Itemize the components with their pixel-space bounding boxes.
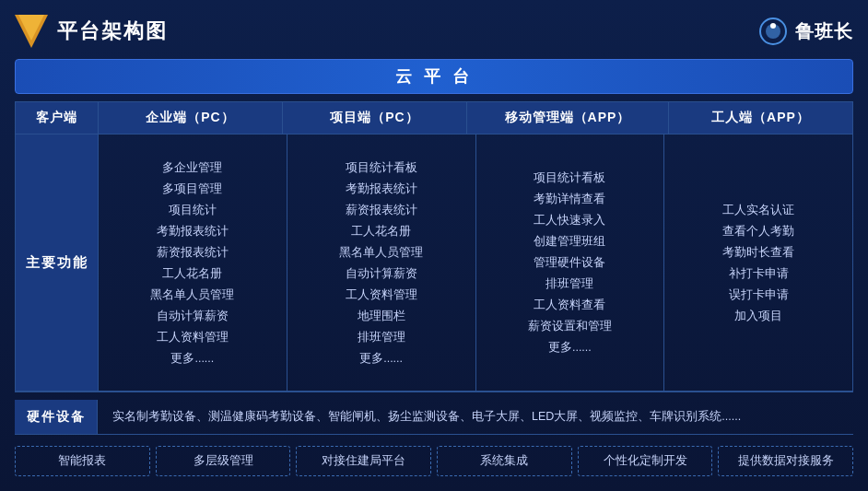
brand-name: 鲁班长 [795, 19, 853, 44]
col-header-enterprise: 企业端（PC） [99, 102, 283, 134]
hardware-content: 实名制考勤设备、测温健康码考勤设备、智能闸机、扬尘监测设备、电子大屏、LED大屏… [98, 400, 853, 434]
tag-item: 智能报表 [15, 446, 150, 476]
hardware-row: 硬件设备 实名制考勤设备、测温健康码考勤设备、智能闸机、扬尘监测设备、电子大屏、… [15, 400, 853, 435]
header-left: 平台架构图 [15, 15, 168, 48]
func-item: 薪资报表统计 [110, 243, 276, 262]
func-item: 创建管理班组 [487, 232, 653, 251]
tag-item: 提供数据对接服务 [718, 446, 853, 476]
main-container: 平台架构图 鲁班长 云 平 台 客户端 企业端（PC） 项目端（PC） 移动管理… [0, 0, 868, 491]
tag-item: 系统集成 [437, 446, 572, 476]
tag-item: 多层级管理 [156, 446, 291, 476]
page-title: 平台架构图 [57, 18, 168, 45]
mobile-functions-cell: 项目统计看板考勤详情查看工人快速录入创建管理班组管理硬件设备排班管理工人资料查看… [476, 134, 665, 391]
func-item: 加入项目 [675, 307, 841, 325]
func-item: 考勤时长查看 [675, 243, 841, 262]
tags-row: 智能报表多层级管理对接住建局平台系统集成个性化定制开发提供数据对接服务 [15, 442, 853, 480]
func-item: 工人资料管理 [299, 286, 464, 304]
func-item: 考勤详情查看 [487, 190, 653, 208]
func-item: 项目统计看板 [487, 169, 653, 187]
project-functions-cell: 项目统计看板考勤报表统计薪资报表统计工人花名册黑名单人员管理自动计算薪资工人资料… [287, 134, 476, 391]
tag-item: 对接住建局平台 [296, 446, 431, 476]
worker-functions-cell: 工人实名认证查看个人考勤考勤时长查看补打卡申请误打卡申请加入项目 [664, 134, 852, 391]
func-item: 工人花名册 [110, 264, 276, 283]
brand: 鲁班长 [758, 17, 853, 46]
func-item: 薪资报表统计 [299, 201, 464, 219]
func-item: 工人快速录入 [487, 211, 653, 229]
func-item: 管理硬件设备 [487, 253, 653, 272]
main-table: 客户端 企业端（PC） 项目端（PC） 移动管理端（APP） 工人端（APP） … [15, 101, 853, 392]
func-item: 误打卡申请 [675, 286, 841, 304]
func-item: 更多...... [487, 338, 653, 357]
func-item: 更多...... [110, 349, 276, 368]
func-item: 黑名单人员管理 [299, 243, 464, 262]
main-functions-row: 主要功能 多企业管理多项目管理项目统计考勤报表统计薪资报表统计工人花名册黑名单人… [16, 134, 852, 392]
brand-logo-icon [758, 17, 788, 46]
func-item: 多企业管理 [110, 158, 276, 177]
cloud-platform-label: 云 平 台 [395, 67, 473, 86]
main-functions-label: 主要功能 [26, 254, 88, 272]
func-item: 项目统计 [110, 201, 276, 219]
func-item: 考勤报表统计 [299, 180, 464, 198]
col-header-mobile: 移动管理端（APP） [467, 102, 669, 134]
col-header-project: 项目端（PC） [283, 102, 467, 134]
header: 平台架构图 鲁班长 [15, 11, 853, 52]
svg-point-4 [770, 23, 776, 29]
func-item: 地理围栏 [299, 307, 464, 325]
col-header-client: 客户端 [16, 102, 99, 134]
func-item: 工人资料管理 [110, 328, 276, 346]
col-header-worker: 工人端（APP） [669, 102, 852, 134]
cloud-platform-banner: 云 平 台 [15, 59, 853, 94]
func-item: 薪资设置和管理 [487, 317, 653, 335]
func-item: 排班管理 [487, 275, 653, 293]
func-item: 自动计算薪资 [110, 307, 276, 325]
func-item: 多项目管理 [110, 180, 276, 198]
logo-icon [15, 15, 48, 48]
func-item: 补打卡申请 [675, 264, 841, 283]
tag-item: 个性化定制开发 [578, 446, 713, 476]
table-header-row: 客户端 企业端（PC） 项目端（PC） 移动管理端（APP） 工人端（APP） [16, 102, 852, 134]
func-item: 黑名单人员管理 [110, 286, 276, 304]
hardware-label: 硬件设备 [15, 400, 98, 434]
func-item: 工人资料查看 [487, 296, 653, 314]
func-item: 工人实名认证 [675, 201, 841, 219]
enterprise-functions-cell: 多企业管理多项目管理项目统计考勤报表统计薪资报表统计工人花名册黑名单人员管理自动… [99, 134, 287, 391]
func-item: 排班管理 [299, 328, 464, 346]
func-item: 更多...... [299, 349, 464, 368]
func-item: 工人花名册 [299, 222, 464, 240]
func-item: 自动计算薪资 [299, 264, 464, 283]
func-item: 项目统计看板 [299, 158, 464, 177]
main-functions-label-cell: 主要功能 [16, 134, 99, 391]
func-item: 考勤报表统计 [110, 222, 276, 240]
func-item: 查看个人考勤 [675, 222, 841, 240]
